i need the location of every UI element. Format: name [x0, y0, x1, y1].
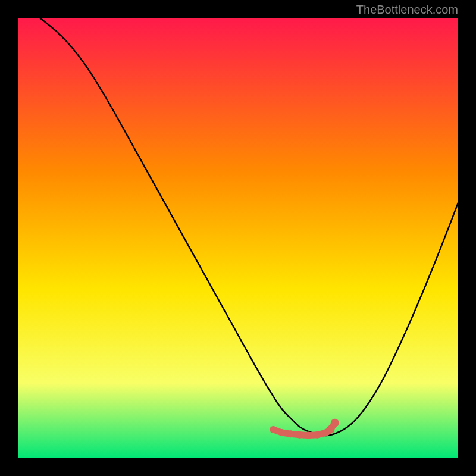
- optimal-marker: [287, 430, 295, 437]
- attribution-text: TheBottleneck.com: [356, 3, 458, 17]
- optimal-marker: [270, 426, 277, 433]
- chart-svg: [18, 18, 458, 458]
- optimal-marker: [305, 432, 312, 439]
- plot-area: [18, 18, 458, 458]
- optimal-marker: [314, 431, 321, 439]
- chart-frame: TheBottleneck.com: [0, 0, 476, 476]
- optimal-marker: [296, 431, 303, 439]
- optimal-marker: [331, 419, 339, 427]
- gradient-background: [18, 18, 458, 458]
- optimal-marker: [278, 429, 286, 436]
